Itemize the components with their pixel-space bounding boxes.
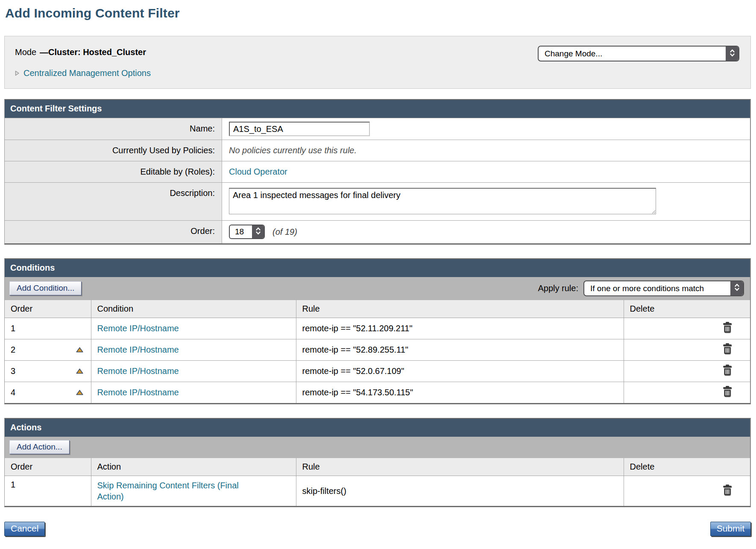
conditions-header-row: Order Condition Rule Delete bbox=[5, 300, 750, 318]
condition-link[interactable]: Remote IP/Hostname bbox=[97, 388, 179, 397]
mode-label: Mode bbox=[15, 47, 36, 57]
actions-table: Order Action Rule Delete 1 Skip Remainin… bbox=[5, 458, 750, 506]
policies-label: Currently Used by Policies: bbox=[5, 140, 222, 161]
condition-rule-text: remote-ip == "52.0.67.109" bbox=[302, 366, 404, 376]
roles-label: Editable by (Roles): bbox=[5, 161, 222, 182]
submit-button[interactable]: Submit bbox=[710, 522, 751, 536]
conditions-panel-header: Conditions bbox=[5, 259, 750, 277]
condition-table-row: 3 Remote IP/Hostname remote-ip == "52.0.… bbox=[5, 361, 750, 382]
column-header-order: Order bbox=[5, 300, 91, 318]
action-table-row: 1 Skip Remaining Content Filters (Final … bbox=[5, 476, 750, 506]
page-title: Add Incoming Content Filter bbox=[5, 6, 751, 20]
condition-rule-text: remote-ip == "52.11.209.211" bbox=[302, 324, 413, 333]
order-label: Order: bbox=[5, 221, 222, 243]
action-order-number: 1 bbox=[11, 480, 15, 489]
centralized-management-options-link[interactable]: Centralized Management Options bbox=[23, 68, 151, 78]
delete-condition-button[interactable] bbox=[723, 322, 732, 333]
content-filter-settings-panel: Content Filter Settings Name: Currently … bbox=[4, 99, 751, 245]
mode-box: Mode—Cluster: Hosted_Cluster Change Mode… bbox=[4, 36, 751, 89]
name-label: Name: bbox=[5, 118, 222, 140]
action-rule-text: skip-filters() bbox=[302, 486, 346, 496]
settings-row-roles: Editable by (Roles): Cloud Operator bbox=[5, 161, 750, 182]
triangle-right-icon bbox=[15, 70, 20, 76]
condition-order-number: 1 bbox=[11, 324, 15, 333]
cancel-button[interactable]: Cancel bbox=[4, 522, 45, 536]
condition-order-number: 3 bbox=[11, 366, 15, 376]
trash-icon bbox=[723, 365, 732, 376]
name-input[interactable] bbox=[229, 122, 370, 136]
condition-table-row: 4 Remote IP/Hostname remote-ip == "54.17… bbox=[5, 382, 750, 403]
column-header-rule: Rule bbox=[296, 458, 624, 476]
delete-condition-button[interactable] bbox=[723, 343, 732, 354]
select-stepper bbox=[252, 225, 264, 238]
condition-order-number: 4 bbox=[11, 388, 15, 397]
settings-row-description: Description: Area 1 inspected messages f… bbox=[5, 182, 750, 220]
delete-condition-button[interactable] bbox=[723, 365, 732, 376]
add-condition-button[interactable]: Add Condition... bbox=[9, 281, 82, 295]
order-select[interactable]: 18 bbox=[229, 225, 265, 239]
trash-icon bbox=[723, 485, 732, 496]
select-stepper bbox=[730, 281, 743, 295]
column-header-order: Order bbox=[5, 458, 91, 476]
actions-panel-header: Actions bbox=[5, 419, 750, 437]
triangle-up-icon bbox=[76, 390, 83, 395]
apply-rule-select[interactable]: If one or more conditions match bbox=[583, 280, 744, 296]
condition-rule-text: remote-ip == "54.173.50.115" bbox=[302, 388, 413, 397]
settings-row-order: Order: 18 (of 19) bbox=[5, 220, 750, 243]
select-stepper bbox=[726, 47, 738, 61]
condition-link[interactable]: Remote IP/Hostname bbox=[97, 324, 179, 333]
footer-button-row: Cancel Submit bbox=[4, 522, 751, 536]
column-header-action: Action bbox=[91, 458, 296, 476]
policies-value: No policies currently use this rule. bbox=[229, 146, 357, 155]
move-up-button[interactable] bbox=[76, 347, 83, 353]
trash-icon bbox=[723, 386, 732, 397]
conditions-toolbar: Add Condition... Apply rule: If one or m… bbox=[5, 277, 750, 300]
actions-panel: Actions Add Action... Order Action Rule … bbox=[4, 418, 751, 507]
trash-icon bbox=[723, 343, 732, 354]
settings-row-policies: Currently Used by Policies: No policies … bbox=[5, 140, 750, 161]
apply-rule-label: Apply rule: bbox=[538, 283, 579, 293]
triangle-up-icon bbox=[76, 368, 83, 374]
mode-value: —Cluster: Hosted_Cluster bbox=[40, 47, 146, 57]
condition-link[interactable]: Remote IP/Hostname bbox=[97, 345, 179, 354]
trash-icon bbox=[723, 322, 732, 333]
conditions-panel: Conditions Add Condition... Apply rule: … bbox=[4, 258, 751, 404]
delete-condition-button[interactable] bbox=[723, 386, 732, 397]
up-down-chevrons-icon bbox=[730, 49, 735, 57]
condition-rule-text: remote-ip == "52.89.255.11" bbox=[302, 345, 408, 354]
triangle-up-icon bbox=[76, 347, 83, 353]
move-up-button[interactable] bbox=[76, 368, 83, 374]
column-header-delete: Delete bbox=[624, 300, 750, 318]
conditions-table: Order Condition Rule Delete 1 Remote IP/… bbox=[5, 300, 750, 403]
condition-table-row: 1 Remote IP/Hostname remote-ip == "52.11… bbox=[5, 318, 750, 339]
editable-roles-link[interactable]: Cloud Operator bbox=[229, 167, 287, 177]
condition-table-row: 2 Remote IP/Hostname remote-ip == "52.89… bbox=[5, 339, 750, 361]
order-selected-value: 18 bbox=[230, 225, 252, 238]
delete-action-button[interactable] bbox=[723, 485, 732, 496]
description-textarea[interactable]: Area 1 inspected messages for final deli… bbox=[229, 188, 656, 214]
order-of-total: (of 19) bbox=[273, 227, 297, 237]
up-down-chevrons-icon bbox=[255, 227, 261, 235]
condition-order-number: 2 bbox=[11, 345, 15, 355]
up-down-chevrons-icon bbox=[734, 283, 740, 292]
actions-header-row: Order Action Rule Delete bbox=[5, 458, 750, 476]
change-mode-selected-value: Change Mode... bbox=[539, 47, 726, 61]
actions-toolbar: Add Action... bbox=[5, 437, 750, 458]
action-link[interactable]: Skip Remaining Content Filters (Final Ac… bbox=[97, 480, 251, 502]
settings-panel-header: Content Filter Settings bbox=[5, 100, 750, 118]
condition-link[interactable]: Remote IP/Hostname bbox=[97, 366, 179, 376]
page: Add Incoming Content Filter Mode—Cluster… bbox=[0, 0, 756, 546]
change-mode-select[interactable]: Change Mode... bbox=[538, 46, 739, 61]
description-label: Description: bbox=[5, 183, 222, 220]
move-up-button[interactable] bbox=[76, 390, 83, 395]
settings-row-name: Name: bbox=[5, 118, 750, 140]
column-header-rule: Rule bbox=[296, 300, 624, 318]
column-header-delete: Delete bbox=[624, 458, 750, 476]
apply-rule-selected-value: If one or more conditions match bbox=[584, 281, 730, 295]
column-header-condition: Condition bbox=[91, 300, 296, 318]
add-action-button[interactable]: Add Action... bbox=[9, 440, 70, 454]
